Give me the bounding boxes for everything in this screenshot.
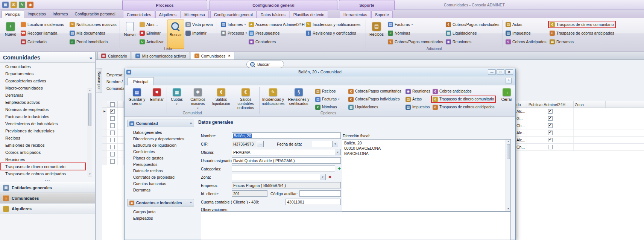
row-checkbox[interactable] [110, 116, 115, 121]
ribbon-tab[interactable]: Herramientas [340, 11, 371, 18]
column-header[interactable] [118, 101, 124, 108]
sidebar-item[interactable]: Recibos [1, 134, 85, 141]
ribbon-button[interactable]: ◉ Reuniones [404, 88, 431, 94]
categorias-field[interactable] [232, 166, 335, 172]
nav-item[interactable]: Cargos junta [127, 208, 194, 215]
sidebar-item[interactable]: Cobros anticipados [1, 149, 85, 156]
ribbon-button[interactable]: ✉ Notificaciones masivas [68, 21, 118, 28]
nav-item[interactable]: Datos generales [127, 129, 194, 135]
publicar-checkbox[interactable] [548, 131, 553, 135]
ribbon-button[interactable]: ↻ Actualizar [138, 38, 165, 45]
guardar-y-cerrar-button[interactable]: ▤ Guardar y cerrar [127, 87, 147, 106]
row-checkbox[interactable] [110, 109, 115, 114]
ribbon-tab[interactable]: Impuestos [24, 10, 49, 18]
codigo-auxiliar-field[interactable] [299, 190, 341, 197]
table-row[interactable]: Ch... [516, 144, 644, 151]
document-tab[interactable]: ✉ Mis comunicados activos [132, 52, 190, 59]
nav-item[interactable]: Presupuestos [127, 161, 194, 167]
cuenta-contable-field[interactable]: 43011001 [286, 199, 341, 205]
ribbon-button[interactable]: ▤ Facturas ▾ [314, 96, 340, 102]
nombre-field[interactable]: Bailén, 20 [232, 132, 341, 139]
sidebar-item[interactable]: Traspasos de dinero comunitario [1, 163, 85, 170]
ribbon-button[interactable]: € Traspasos de cobros anticipados [431, 104, 495, 110]
ribbon-button[interactable]: € Nóminas [314, 104, 340, 110]
ribbon-button[interactable]: € Cobros anticipados [431, 88, 495, 94]
table-row[interactable] [102, 137, 124, 144]
ribbon-button[interactable]: ▦ Liquidaciones [445, 30, 500, 36]
ribbon-button[interactable]: ▤ Actas [404, 96, 431, 102]
ribbon-button[interactable]: € Traspasos de dinero comunitario [431, 96, 495, 102]
ribbon-button[interactable]: € Cobros Anticipados [504, 38, 547, 45]
ribbon-button[interactable]: € Cobros/Pagos comunitarios [387, 38, 444, 45]
publicar-checkbox[interactable] [548, 116, 553, 121]
row-checkbox[interactable] [110, 152, 115, 156]
ribbon-tab[interactable]: Datos básicos [257, 11, 289, 18]
ribbon-button[interactable]: ▤ Actas [504, 21, 547, 28]
sidebar-item[interactable]: Departamentos [1, 70, 85, 77]
tab-principal[interactable]: Principal [128, 77, 154, 85]
document-tab[interactable]: ▦ Calendario [97, 52, 131, 59]
maximize-button[interactable]: □ [497, 69, 504, 75]
nav-section-comunidad[interactable]: ▦ Comunidad ^ [127, 120, 194, 127]
ribbon-button[interactable]: ⌂ Portal inmobiliario [68, 38, 118, 45]
table-row[interactable] [102, 151, 124, 158]
sidebar-item[interactable]: Comunidades [1, 63, 85, 70]
ribbon-button[interactable]: ☎ Recoger llamada [20, 30, 65, 36]
collapse-sidebar-icon[interactable]: « [90, 55, 92, 60]
nav-item[interactable]: Direcciones y departamentos [127, 135, 194, 142]
scrollbar-thumb[interactable] [507, 144, 510, 159]
ribbon-button[interactable]: ✎ Incidencias y notificaciones [305, 21, 361, 28]
ribbon-button[interactable]: ✖ Eliminar [138, 30, 165, 36]
sidebar-panel[interactable]: Alquileres [0, 204, 95, 214]
ribbon-button[interactable]: ▥ Presupuestos [248, 30, 306, 36]
publicar-checkbox[interactable] [548, 123, 553, 128]
ribbon-tab[interactable]: Plantillas de texto [290, 11, 328, 18]
scroll-down-icon[interactable]: ▼ [89, 172, 91, 176]
mail-icon[interactable]: ✉ [11, 2, 17, 8]
search-button[interactable]: Buscar [246, 61, 284, 68]
saldos-liquidacion-button[interactable]: € Saldos liquidación [210, 87, 232, 106]
nav-item[interactable]: Estructura de liquidación [127, 142, 194, 148]
table-row[interactable] [102, 115, 124, 122]
id-cliente-field[interactable]: 201 [232, 190, 267, 197]
empresa-field[interactable]: Fincas Pragma ( B58959784 ) [232, 182, 341, 188]
clear-zona-icon[interactable]: ✖ [327, 174, 333, 180]
nav-section-contactos[interactable]: ◉ Contactos e industriales ^ [127, 199, 194, 207]
ribbon-button[interactable]: ◉ Reuniones [445, 38, 500, 45]
dialog-titlebar[interactable]: ▦ Bailén, 20 - Comunidad — □ ✖ [125, 68, 515, 76]
saldos-contables-button[interactable]: € Saldos contables ordinarios [234, 87, 258, 110]
ribbon-button[interactable]: ▥ Informes ▾ [220, 21, 248, 28]
search-by-tab[interactable]: Buscar por [96, 68, 102, 93]
grid-window-icon[interactable]: ▦ [2, 2, 9, 8]
scroll-up-icon[interactable]: ▲ [89, 88, 91, 92]
ribbon-button[interactable]: € Nóminas [387, 30, 444, 36]
document-tab[interactable]: ⌂ Comunidades ✖ [191, 52, 235, 59]
ribbon-button[interactable]: ▤ Vista previa [184, 21, 214, 28]
oficina-field[interactable]: PRAGMA ▾ [232, 149, 341, 155]
ribbon-button[interactable]: ▦ Derramas [548, 38, 615, 45]
ribbon-button[interactable]: ▥ Impuestos [404, 104, 431, 110]
row-checkbox[interactable] [110, 138, 115, 142]
sidebar-item[interactable]: Facturas de industriales [1, 113, 85, 120]
nav-item[interactable]: Derramas [127, 187, 194, 193]
ribbon-button[interactable]: ▤ Mis documentos [68, 30, 118, 36]
scroll-up-icon[interactable]: ▲ [507, 140, 509, 144]
scrollbar-thumb[interactable] [88, 93, 91, 126]
ribbon-tab[interactable]: Configuración general [210, 11, 257, 18]
broadcast-icon[interactable]: ◉ [27, 2, 33, 8]
row-checkbox[interactable] [110, 123, 115, 128]
ribbon-button[interactable]: Abrir... [138, 21, 165, 28]
column-header-publicar[interactable]: Publicar Adminet24H [527, 101, 574, 108]
collapse-section-icon[interactable]: ^ [190, 201, 192, 205]
ribbon-button[interactable]: ▥ Impuestos [504, 30, 547, 36]
sidebar-item[interactable]: Vencimientos de industriales [1, 120, 85, 127]
ribbon-button[interactable]: € Cobros/Pagos individuales [347, 96, 402, 102]
sidebar-item[interactable]: Previsiones de industriales [1, 127, 85, 134]
publicar-checkbox[interactable] [548, 109, 553, 114]
fecha-alta-field[interactable]: ▾ [312, 141, 338, 147]
observaciones-field[interactable] [201, 211, 511, 240]
sidebar-splitter[interactable]: ●●● [0, 179, 95, 182]
ribbon-tab[interactable]: Alquileres [155, 11, 180, 18]
ribbon-button[interactable]: € Cobros/Pagos individuales [445, 21, 500, 28]
table-row[interactable]: Ch... [516, 122, 644, 129]
